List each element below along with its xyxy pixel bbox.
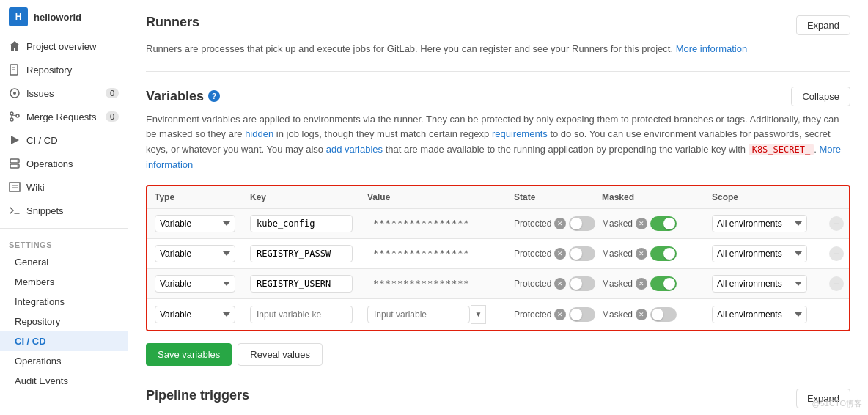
row2-remove-cell[interactable]: − — [829, 246, 850, 261]
sidebar-item-ci-cd[interactable]: CI / CD — [0, 128, 128, 152]
row3-masked-cell: Masked ✕ — [602, 276, 712, 291]
settings-operations[interactable]: Operations — [0, 351, 128, 371]
row4-masked-toggle-group: Masked ✕ — [602, 307, 712, 322]
row3-scope-cell[interactable]: All environments — [712, 275, 829, 293]
runners-expand-button[interactable]: Expand — [796, 15, 850, 35]
row3-masked-toggle-group: Masked ✕ — [602, 276, 712, 291]
nav-label: Repository — [26, 65, 72, 76]
col-type: Type — [155, 192, 250, 202]
row3-masked-toggle[interactable] — [650, 276, 677, 291]
row4-key-input[interactable] — [250, 306, 353, 323]
merge-icon — [9, 111, 21, 122]
add-variables-link[interactable]: add variables — [326, 144, 383, 155]
row1-key-cell[interactable] — [250, 215, 367, 232]
row1-state-toggle-x[interactable]: ✕ — [554, 218, 566, 229]
row4-scope-cell[interactable]: All environments — [712, 306, 829, 323]
row2-state-toggle-x[interactable]: ✕ — [554, 248, 566, 260]
settings-repository[interactable]: Repository — [0, 312, 128, 331]
main-content: Runners Expand Runners are processes tha… — [128, 0, 868, 415]
row3-key-input[interactable] — [250, 275, 353, 293]
row1-remove-button[interactable]: − — [829, 216, 844, 231]
row1-key-input[interactable] — [250, 215, 353, 232]
col-scope: Scope — [712, 192, 829, 202]
row3-remove-button[interactable]: − — [829, 276, 844, 291]
reveal-values-button[interactable]: Reveal values — [238, 343, 323, 366]
row4-state-toggle[interactable] — [569, 307, 595, 322]
settings-audit-events[interactable]: Audit Events — [0, 371, 128, 391]
row4-type-cell[interactable]: Variable File — [155, 306, 250, 323]
settings-ci-cd[interactable]: CI / CD — [0, 331, 128, 351]
row3-type-select[interactable]: Variable File — [155, 275, 235, 293]
hidden-link[interactable]: hidden — [245, 128, 273, 139]
row2-masked-toggle-x[interactable]: ✕ — [636, 248, 647, 260]
row1-masked-label: Masked — [602, 218, 633, 229]
settings-item-label: Operations — [15, 356, 62, 367]
requirements-link[interactable]: requirements — [492, 128, 548, 139]
row1-remove-cell[interactable]: − — [829, 216, 850, 231]
sidebar-item-merge-requests[interactable]: Merge Requests 0 — [0, 105, 128, 128]
row4-value-cell[interactable]: ▼ — [367, 305, 514, 324]
row4-masked-cell: Masked ✕ — [602, 307, 712, 322]
row4-key-cell[interactable] — [250, 306, 367, 323]
row2-state-label: Protected — [514, 249, 551, 259]
row4-value-input[interactable] — [367, 306, 470, 323]
row2-key-input[interactable] — [250, 245, 353, 262]
sidebar-item-project-overview[interactable]: Project overview — [0, 34, 128, 58]
save-variables-button[interactable]: Save variables — [146, 343, 232, 366]
settings-general[interactable]: General — [0, 252, 128, 272]
variables-description: Environment variables are applied to env… — [146, 112, 850, 173]
row2-remove-button[interactable]: − — [829, 246, 844, 261]
row3-remove-cell[interactable]: − — [829, 276, 850, 291]
settings-members[interactable]: Members — [0, 272, 128, 292]
row2-key-cell[interactable] — [250, 245, 367, 262]
row1-value-display: **************** — [367, 216, 476, 232]
row2-masked-toggle[interactable] — [650, 246, 677, 261]
row1-masked-toggle-x[interactable]: ✕ — [636, 218, 647, 229]
sidebar-item-operations[interactable]: Operations — [0, 152, 128, 175]
variables-collapse-button[interactable]: Collapse — [791, 87, 850, 106]
row1-type-select[interactable]: Variable File — [155, 215, 235, 232]
runners-more-info-link[interactable]: More information — [676, 43, 748, 54]
row4-masked-toggle[interactable] — [650, 307, 677, 322]
sidebar-item-issues[interactable]: Issues 0 — [0, 81, 128, 105]
row3-scope-select[interactable]: All environments — [712, 275, 807, 293]
row4-masked-toggle-knob — [652, 309, 663, 320]
nav-label: Operations — [26, 158, 73, 169]
row1-scope-select[interactable]: All environments — [712, 215, 807, 232]
row2-scope-select[interactable]: All environments — [712, 245, 807, 262]
row4-masked-toggle-x[interactable]: ✕ — [636, 309, 647, 320]
server-icon — [9, 158, 21, 169]
row2-type-select[interactable]: Variable File — [155, 245, 235, 262]
row2-type-cell[interactable]: Variable File — [155, 245, 250, 262]
sidebar-item-wiki[interactable]: Wiki — [0, 175, 128, 199]
settings-item-label: General — [15, 257, 48, 268]
row4-type-select[interactable]: Variable File — [155, 306, 235, 323]
row4-state-toggle-x[interactable]: ✕ — [554, 309, 566, 320]
row3-key-cell[interactable] — [250, 275, 367, 293]
sidebar-item-snippets[interactable]: Snippets — [0, 199, 128, 222]
row2-scope-cell[interactable]: All environments — [712, 245, 829, 262]
row2-state-toggle[interactable] — [569, 246, 595, 261]
variables-more-info-link[interactable]: More information — [146, 144, 841, 170]
row2-state-toggle-knob — [570, 248, 582, 260]
row1-masked-toggle[interactable] — [650, 216, 677, 231]
row1-type-cell[interactable]: Variable File — [155, 215, 250, 232]
col-state: State — [514, 192, 602, 202]
row1-state-toggle[interactable] — [569, 216, 595, 231]
snippets-icon — [9, 205, 21, 216]
nav-label: Snippets — [26, 205, 64, 216]
settings-integrations[interactable]: Integrations — [0, 292, 128, 312]
settings-item-label: Repository — [15, 316, 60, 327]
row3-type-cell[interactable]: Variable File — [155, 275, 250, 293]
sidebar-item-repository[interactable]: Repository — [0, 58, 128, 81]
row3-masked-toggle-x[interactable]: ✕ — [636, 278, 647, 290]
row3-state-toggle[interactable] — [569, 276, 595, 291]
settings-section-header: Settings — [0, 232, 128, 252]
wiki-icon — [9, 181, 21, 193]
col-value: Value — [367, 192, 514, 202]
row1-scope-cell[interactable]: All environments — [712, 215, 829, 232]
variables-help-icon[interactable]: ? — [208, 90, 220, 102]
row3-state-toggle-x[interactable]: ✕ — [554, 278, 566, 290]
row4-value-expand-icon[interactable]: ▼ — [471, 305, 486, 324]
row4-scope-select[interactable]: All environments — [712, 306, 807, 323]
